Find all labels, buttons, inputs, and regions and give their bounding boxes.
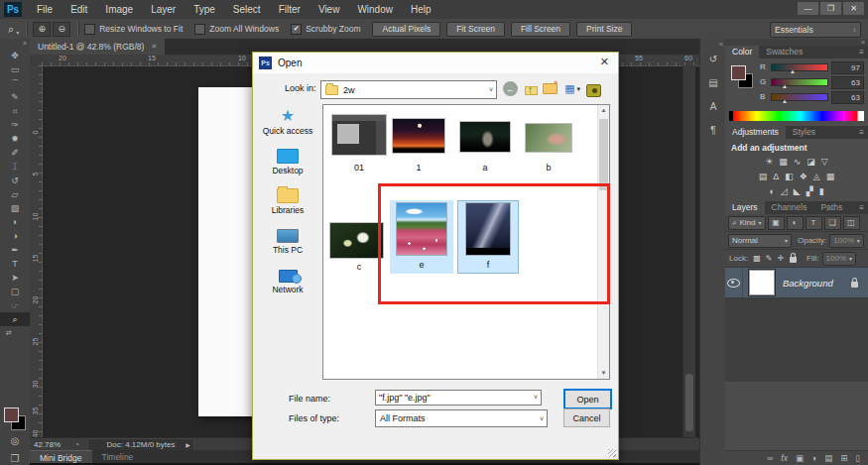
- dodge-tool[interactable]: ◑: [0, 229, 30, 243]
- scrollbar-thumb[interactable]: [599, 119, 608, 190]
- menu-select[interactable]: Select: [224, 4, 270, 15]
- panels-collapse-icon[interactable]: »: [725, 39, 868, 46]
- hue-saturation-adjustment-icon[interactable]: ▤: [759, 172, 768, 182]
- zoom-all-windows-checkbox[interactable]: [194, 24, 205, 35]
- clone-stamp-tool[interactable]: ⌶: [0, 160, 30, 174]
- gradient-tool[interactable]: ▧: [0, 201, 30, 215]
- layer-effects-icon[interactable]: fx: [781, 453, 788, 463]
- sidebar-item-this-pc[interactable]: This PC: [255, 225, 320, 255]
- color-balance-adjustment-icon[interactable]: Δ: [773, 172, 779, 182]
- layer-filter-kind-dropdown[interactable]: ⌕ Kind ▾: [728, 216, 766, 230]
- file-thumbnail-a[interactable]: [460, 122, 510, 152]
- filter-type-layers-icon[interactable]: T: [806, 216, 822, 230]
- filter-pixel-layers-icon[interactable]: ▣: [768, 216, 785, 230]
- file-label[interactable]: 01: [326, 163, 392, 173]
- exposure-adjustment-icon[interactable]: ◪: [806, 157, 815, 168]
- layer-name[interactable]: Background: [783, 278, 833, 289]
- brush-tool[interactable]: ✐: [0, 146, 30, 160]
- view-menu-icon[interactable]: ▦ ▾: [562, 81, 577, 96]
- back-icon[interactable]: ←: [503, 81, 518, 96]
- eyedropper-tool[interactable]: ✑: [0, 118, 30, 132]
- blue-value[interactable]: 63: [831, 91, 864, 104]
- tab-channels[interactable]: Channels: [765, 201, 814, 214]
- actual-pixels-button[interactable]: Actual Pixels: [372, 22, 440, 37]
- file-label[interactable]: 1: [387, 163, 450, 173]
- lock-all-icon[interactable]: [790, 257, 797, 263]
- type-tool[interactable]: T: [0, 257, 30, 271]
- restore-button[interactable]: ❐: [820, 2, 841, 15]
- tab-layers[interactable]: Layers: [725, 201, 765, 214]
- vibrance-adjustment-icon[interactable]: ▽: [821, 157, 828, 168]
- link-layers-icon[interactable]: ∞: [767, 453, 773, 463]
- document-tab[interactable]: Untitled-1 @ 42.8% (RGB/8) ✕: [30, 39, 165, 55]
- dock-collapse-icon[interactable]: «: [700, 39, 726, 48]
- screen-mode-icon[interactable]: ❐: [0, 453, 30, 464]
- tab-paths[interactable]: Paths: [813, 201, 849, 214]
- black-white-adjustment-icon[interactable]: ◧: [785, 172, 794, 182]
- pen-tool[interactable]: ✒: [0, 243, 30, 257]
- crop-tool[interactable]: ⌗: [0, 104, 30, 118]
- panel-menu-icon[interactable]: ≡: [859, 46, 868, 58]
- threshold-adjustment-icon[interactable]: ◣: [794, 186, 801, 197]
- file-label[interactable]: b: [520, 163, 577, 173]
- toolbar-collapse-icon[interactable]: »: [0, 39, 30, 49]
- menu-edit[interactable]: Edit: [62, 4, 96, 15]
- new-group-icon[interactable]: ▤: [824, 453, 832, 463]
- blue-slider-thumb[interactable]: ▲: [782, 98, 788, 104]
- green-value[interactable]: 63: [831, 76, 864, 89]
- sidebar-item-quick-access[interactable]: ★ Quick access: [255, 106, 320, 136]
- menu-layer[interactable]: Layer: [142, 4, 185, 15]
- zoom-level[interactable]: 42.78%: [34, 440, 61, 449]
- layer-row-background[interactable]: Background: [725, 268, 868, 298]
- history-panel-icon[interactable]: ↺: [700, 48, 726, 71]
- filter-shape-layers-icon[interactable]: ❏: [824, 216, 841, 230]
- panel-menu-icon[interactable]: ≡: [859, 126, 868, 139]
- photo-filter-adjustment-icon[interactable]: ❖: [800, 172, 807, 182]
- red-value[interactable]: 97: [831, 61, 864, 74]
- panel-menu-icon[interactable]: ≡: [859, 201, 868, 214]
- swap-colors-icon[interactable]: ⇄: [0, 328, 30, 337]
- color-spectrum-ramp[interactable]: [729, 111, 864, 121]
- dialog-title-bar[interactable]: Ps Open ✕: [253, 53, 618, 73]
- sidebar-item-libraries[interactable]: Libraries: [255, 185, 320, 215]
- resize-windows-checkbox-group[interactable]: Resize Windows to Fit: [84, 24, 183, 35]
- filter-smart-objects-icon[interactable]: ◫: [843, 216, 860, 230]
- marquee-tool[interactable]: ▭: [0, 62, 30, 76]
- up-one-level-icon[interactable]: ↑: [523, 81, 538, 96]
- tab-mini-bridge[interactable]: Mini Bridge: [30, 450, 92, 464]
- new-folder-icon[interactable]: ✶: [543, 81, 558, 96]
- new-layer-icon[interactable]: ⊞: [840, 453, 847, 463]
- menu-window[interactable]: Window: [348, 4, 402, 15]
- zoom-in-icon[interactable]: ⊕: [33, 22, 51, 37]
- color-lookup-adjustment-icon[interactable]: ▦: [826, 172, 835, 182]
- zoom-out-icon[interactable]: ⊖: [53, 22, 70, 37]
- tab-adjustments[interactable]: Adjustments: [725, 126, 786, 139]
- file-thumbnail-01[interactable]: [332, 115, 386, 155]
- foreground-color-swatch[interactable]: [4, 407, 19, 422]
- selective-color-adjustment-icon[interactable]: ▞: [806, 186, 813, 197]
- lock-transparency-icon[interactable]: ▩: [753, 254, 761, 263]
- character-panel-icon[interactable]: A: [700, 95, 726, 119]
- scroll-up-icon[interactable]: ▲: [598, 105, 609, 116]
- close-button[interactable]: ✕: [843, 2, 864, 15]
- foreground-color-swatch[interactable]: [731, 65, 746, 80]
- opacity-dropdown[interactable]: 100% ▾: [829, 234, 863, 248]
- print-size-button[interactable]: Print Size: [576, 22, 632, 37]
- paragraph-panel-icon[interactable]: ¶: [700, 119, 726, 143]
- sidebar-item-network[interactable]: Network: [255, 265, 320, 294]
- scrollbar-thumb[interactable]: [685, 374, 693, 431]
- new-adjustment-layer-icon[interactable]: ◑: [811, 453, 816, 463]
- channel-mixer-adjustment-icon[interactable]: ◬: [813, 172, 820, 182]
- brightness-adjustment-icon[interactable]: ☀: [765, 157, 773, 168]
- delete-layer-icon[interactable]: ▯: [855, 453, 860, 463]
- tab-timeline[interactable]: Timeline: [92, 450, 144, 463]
- fit-screen-button[interactable]: Fit Screen: [446, 22, 505, 37]
- vertical-scrollbar[interactable]: [682, 65, 695, 437]
- shape-tool[interactable]: ▢: [0, 285, 30, 298]
- layer-visibility-cell[interactable]: [725, 268, 743, 297]
- quick-mask-icon[interactable]: ◎: [0, 435, 30, 446]
- menu-filter[interactable]: Filter: [270, 4, 310, 15]
- zoom-tool[interactable]: ⌕: [0, 312, 30, 326]
- menu-type[interactable]: Type: [185, 4, 224, 15]
- file-thumbnail-b[interactable]: [526, 124, 571, 152]
